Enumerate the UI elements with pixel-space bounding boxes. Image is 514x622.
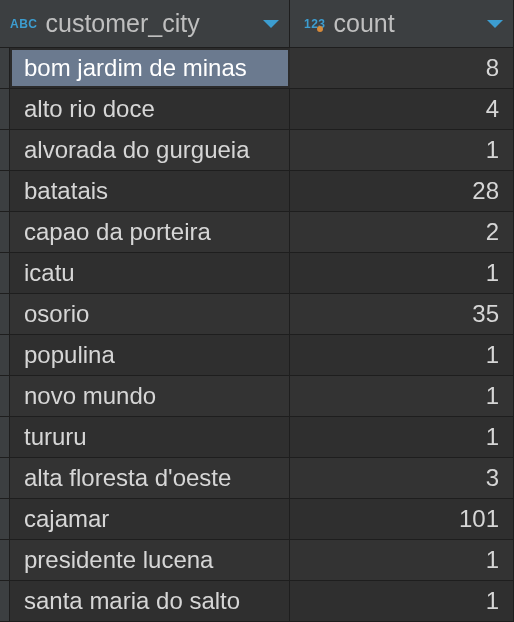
cell-count[interactable]: 1: [290, 253, 514, 293]
sort-desc-icon[interactable]: [263, 20, 279, 28]
row-gutter[interactable]: [0, 335, 10, 375]
table-row[interactable]: populina1: [0, 335, 514, 376]
cell-count[interactable]: 101: [290, 499, 514, 539]
cell-count[interactable]: 3: [290, 458, 514, 498]
cell-city[interactable]: alta floresta d'oeste: [10, 458, 290, 498]
cell-city[interactable]: icatu: [10, 253, 290, 293]
column-header-city[interactable]: ABC customer_city: [0, 0, 290, 47]
row-gutter[interactable]: [0, 458, 10, 498]
row-gutter[interactable]: [0, 499, 10, 539]
sort-desc-icon[interactable]: [487, 20, 503, 28]
cell-city[interactable]: alto rio doce: [10, 89, 290, 129]
table-row[interactable]: alto rio doce4: [0, 89, 514, 130]
cell-count[interactable]: 1: [290, 540, 514, 580]
row-gutter[interactable]: [0, 171, 10, 211]
cell-city[interactable]: capao da porteira: [10, 212, 290, 252]
cell-city[interactable]: populina: [10, 335, 290, 375]
table-row[interactable]: cajamar101: [0, 499, 514, 540]
cell-city[interactable]: novo mundo: [10, 376, 290, 416]
cell-city[interactable]: batatais: [10, 171, 290, 211]
cell-city[interactable]: bom jardim de minas: [10, 48, 290, 88]
cell-count[interactable]: 1: [290, 130, 514, 170]
table-body: bom jardim de minas8alto rio doce4alvora…: [0, 48, 514, 622]
table-row[interactable]: alvorada do gurgueia1: [0, 130, 514, 171]
cell-count[interactable]: 28: [290, 171, 514, 211]
type-badge-number-icon: 123: [304, 17, 326, 31]
column-label: count: [334, 9, 481, 38]
table-row[interactable]: santa maria do salto1: [0, 581, 514, 622]
column-header-count[interactable]: 123 count: [290, 0, 514, 47]
cell-count[interactable]: 2: [290, 212, 514, 252]
cell-count[interactable]: 1: [290, 581, 514, 621]
type-badge-text-icon: ABC: [10, 17, 38, 31]
cell-count[interactable]: 4: [290, 89, 514, 129]
cell-count[interactable]: 8: [290, 48, 514, 88]
table-row[interactable]: tururu1: [0, 417, 514, 458]
row-gutter[interactable]: [0, 48, 10, 88]
row-gutter[interactable]: [0, 376, 10, 416]
table-row[interactable]: capao da porteira2: [0, 212, 514, 253]
cell-city[interactable]: cajamar: [10, 499, 290, 539]
row-gutter[interactable]: [0, 89, 10, 129]
table-row[interactable]: icatu1: [0, 253, 514, 294]
row-gutter[interactable]: [0, 417, 10, 457]
table-header-row: ABC customer_city 123 count: [0, 0, 514, 48]
cell-city[interactable]: santa maria do salto: [10, 581, 290, 621]
row-gutter[interactable]: [0, 212, 10, 252]
row-gutter[interactable]: [0, 253, 10, 293]
cell-city[interactable]: osorio: [10, 294, 290, 334]
results-table: ABC customer_city 123 count bom jardim d…: [0, 0, 514, 622]
row-gutter[interactable]: [0, 540, 10, 580]
table-row[interactable]: batatais28: [0, 171, 514, 212]
table-row[interactable]: osorio35: [0, 294, 514, 335]
cell-city[interactable]: alvorada do gurgueia: [10, 130, 290, 170]
cell-city[interactable]: presidente lucena: [10, 540, 290, 580]
cell-count[interactable]: 1: [290, 376, 514, 416]
cell-count[interactable]: 1: [290, 417, 514, 457]
table-row[interactable]: novo mundo1: [0, 376, 514, 417]
table-row[interactable]: presidente lucena1: [0, 540, 514, 581]
cell-city[interactable]: tururu: [10, 417, 290, 457]
column-label: customer_city: [46, 9, 258, 38]
cell-count[interactable]: 1: [290, 335, 514, 375]
table-row[interactable]: alta floresta d'oeste3: [0, 458, 514, 499]
row-gutter[interactable]: [0, 581, 10, 621]
row-gutter[interactable]: [0, 294, 10, 334]
table-row[interactable]: bom jardim de minas8: [0, 48, 514, 89]
row-gutter[interactable]: [0, 130, 10, 170]
cell-count[interactable]: 35: [290, 294, 514, 334]
